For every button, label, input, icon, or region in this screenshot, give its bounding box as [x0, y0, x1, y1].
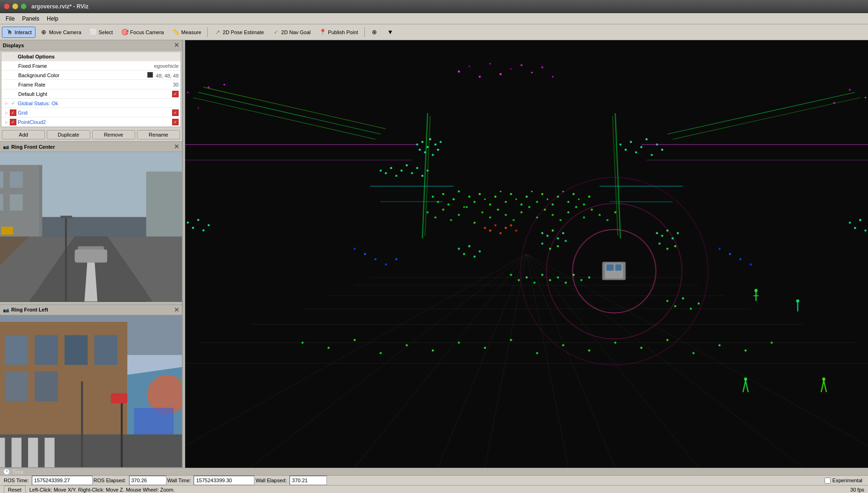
svg-point-116: [434, 217, 436, 218]
displays-title: Displays: [3, 43, 24, 48]
2d-nav-button[interactable]: ✓ 2D Nav Goal: [268, 27, 314, 38]
ring-front-center-close[interactable]: ✕: [174, 143, 179, 150]
focus-camera-icon: 🎯: [121, 29, 129, 36]
measure-button[interactable]: 📏 Measure: [168, 27, 205, 38]
rename-button[interactable]: Rename: [137, 130, 180, 139]
svg-point-195: [562, 232, 564, 234]
svg-point-276: [754, 289, 758, 292]
2d-pose-button[interactable]: ↗ 2D Pose Estimate: [210, 27, 268, 38]
svg-rect-25: [35, 335, 58, 365]
resize-handle-1[interactable]: [0, 302, 182, 304]
pointcloud2-checkbox[interactable]: ✓: [10, 119, 16, 125]
ring-front-left-header: 📷 Ring Front Left ✕: [0, 305, 182, 315]
svg-point-274: [203, 230, 204, 232]
global-status-expand[interactable]: ▶: [3, 100, 10, 107]
interact-button[interactable]: 🖱 Interact: [2, 27, 36, 38]
svg-point-165: [645, 138, 647, 140]
remove-button[interactable]: Remove: [92, 130, 135, 139]
svg-point-86: [442, 193, 444, 195]
main-layout: Displays ✕ ▼ ⚙ Global Options Fixed Fram…: [0, 40, 868, 468]
maximize-button[interactable]: [21, 3, 27, 9]
svg-point-197: [549, 248, 551, 250]
svg-point-144: [427, 146, 428, 148]
svg-point-203: [672, 237, 673, 239]
global-options-row[interactable]: ▼ ⚙ Global Options: [1, 52, 181, 61]
wall-time-input[interactable]: [194, 476, 254, 485]
ros-elapsed-input[interactable]: [129, 476, 166, 485]
svg-point-162: [630, 141, 632, 143]
svg-point-256: [536, 352, 538, 354]
svg-rect-40: [44, 437, 54, 467]
svg-point-249: [354, 339, 355, 341]
svg-point-158: [421, 175, 423, 177]
svg-point-84: [432, 196, 434, 197]
pointcloud2-row[interactable]: ▶ ✓ PointCloud2 ✓: [1, 117, 181, 127]
default-light-checkbox[interactable]: ✓: [172, 91, 179, 97]
grid-checkbox[interactable]: ✓: [10, 109, 16, 116]
svg-point-251: [405, 344, 407, 346]
svg-point-149: [440, 141, 441, 143]
svg-point-230: [572, 274, 574, 276]
svg-point-119: [458, 214, 460, 216]
global-status-row[interactable]: ▶ ✓ Global Status: Ok: [1, 99, 181, 108]
svg-rect-27: [94, 335, 118, 365]
svg-point-81: [531, 72, 532, 73]
frame-rate-label: Frame Rate: [18, 82, 173, 87]
svg-point-166: [651, 154, 652, 156]
left-panel: Displays ✕ ▼ ⚙ Global Options Fixed Fram…: [0, 40, 182, 468]
add-button[interactable]: Add: [2, 130, 45, 139]
menu-panels[interactable]: Panels: [18, 14, 43, 23]
grid-expand[interactable]: ▶: [3, 109, 10, 116]
camera-icon-2: 📷: [3, 307, 9, 313]
svg-point-227: [549, 279, 551, 281]
pointcloud2-expand[interactable]: ▶: [3, 119, 10, 125]
move-camera-button[interactable]: ⊕ Move Camera: [36, 27, 85, 38]
menu-help[interactable]: Help: [43, 14, 62, 23]
svg-point-90: [463, 206, 465, 208]
ring-front-left-close[interactable]: ✕: [174, 306, 179, 313]
duplicate-button[interactable]: Duplicate: [47, 130, 90, 139]
svg-point-80: [521, 64, 522, 66]
default-light-row[interactable]: Default Light ✓: [1, 89, 181, 99]
extra-button[interactable]: ⊕: [367, 27, 382, 38]
experimental-checkbox[interactable]: [825, 478, 831, 484]
frame-rate-row[interactable]: Frame Rate 30: [1, 80, 181, 89]
fixed-frame-row[interactable]: Fixed Frame egovehicle: [1, 61, 181, 71]
menu-file[interactable]: File: [2, 14, 18, 23]
svg-point-94: [484, 198, 485, 200]
minimize-button[interactable]: [12, 3, 18, 9]
svg-point-234: [463, 253, 465, 255]
svg-point-200: [656, 232, 658, 234]
focus-camera-button[interactable]: 🎯 Focus Camera: [117, 27, 167, 38]
svg-rect-187: [615, 264, 621, 270]
svg-point-157: [416, 167, 418, 169]
window-controls[interactable]: [4, 3, 27, 9]
ros-time-input[interactable]: [32, 476, 93, 485]
svg-point-138: [607, 219, 608, 221]
svg-point-238: [666, 300, 668, 302]
global-options-icon: ⚙: [10, 53, 16, 60]
publish-point-button[interactable]: 📍 Publish Point: [315, 27, 362, 38]
svg-point-178: [510, 224, 512, 226]
dropdown-button[interactable]: ▼: [383, 27, 398, 38]
extra-icon: ⊕: [371, 29, 378, 36]
fixed-frame-label: Fixed Frame: [18, 63, 154, 69]
svg-point-258: [588, 349, 590, 351]
grid-row[interactable]: ▶ ✓ Grid ✓: [1, 108, 181, 117]
background-color-row[interactable]: Background Color 48; 48; 48: [1, 71, 181, 80]
svg-point-259: [614, 341, 616, 343]
svg-point-103: [531, 191, 532, 192]
wall-elapsed-input[interactable]: [289, 476, 327, 485]
experimental-area: Experimental: [825, 478, 864, 484]
reset-button[interactable]: Reset: [4, 486, 26, 493]
select-button[interactable]: ⬜ Select: [86, 27, 117, 38]
svg-point-147: [434, 144, 436, 145]
close-button[interactable]: [4, 3, 10, 9]
svg-rect-18: [60, 216, 72, 218]
3d-viewport[interactable]: [185, 40, 868, 468]
svg-point-89: [458, 190, 460, 192]
displays-close[interactable]: ✕: [174, 42, 179, 49]
global-options-expand[interactable]: ▼: [3, 53, 10, 60]
svg-point-141: [419, 149, 420, 151]
svg-point-206: [666, 248, 668, 250]
